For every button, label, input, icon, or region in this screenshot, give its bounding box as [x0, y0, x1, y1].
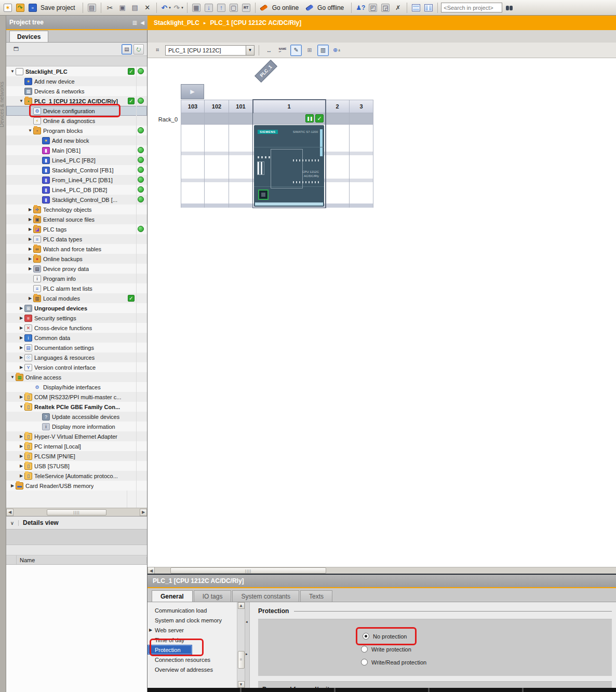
- tree-item-external-source-files[interactable]: ▶▣External source files: [6, 214, 147, 224]
- slot-header[interactable]: 101: [229, 100, 252, 113]
- slot-body[interactable]: [205, 125, 229, 208]
- scroll-up-icon[interactable]: ▲: [238, 602, 245, 609]
- slot-body[interactable]: SIEMENSSIMATIC S7-1200CPU 1212CAC/DC/Rly: [253, 125, 325, 208]
- tree-item-display-hide-interfaces[interactable]: ⚙Display/hide interfaces: [6, 382, 147, 392]
- rack-slot-103[interactable]: 103: [181, 100, 205, 208]
- tree-item-program-blocks[interactable]: ▼▫Program blocks: [6, 126, 147, 135]
- chevron-collapsed-icon[interactable]: ▶: [27, 296, 33, 301]
- tree-item-update-accessible-devices[interactable]: ?Update accessible devices: [6, 412, 147, 422]
- go-online-button[interactable]: [259, 2, 270, 13]
- tree-item-online-diagnostics[interactable]: ⚡Online & diagnostics: [6, 116, 147, 126]
- properties-nav-connection-resources[interactable]: Connection resources: [148, 655, 237, 664]
- properties-nav-web-server[interactable]: ▶Web server: [148, 625, 237, 635]
- properties-tab-io-tags[interactable]: IO tags: [194, 590, 232, 602]
- expand-rack-button[interactable]: ▶: [181, 84, 204, 99]
- scroll-left-icon[interactable]: ◀: [6, 509, 14, 516]
- tab-devices[interactable]: Devices: [9, 31, 48, 42]
- tree-item-line4-plc-db-db2[interactable]: ▮Line4_PLC_DB [DB2]: [6, 185, 147, 195]
- chevron-collapsed-icon[interactable]: ▶: [27, 217, 33, 222]
- tree-item-device-proxy-data[interactable]: ▶▤Device proxy data: [6, 264, 147, 274]
- pin-panel-icon[interactable]: ▥: [132, 20, 137, 25]
- chevron-collapsed-icon[interactable]: ▶: [18, 335, 24, 340]
- properties-nav-overview-of-addresses[interactable]: Overview of addresses: [148, 664, 237, 674]
- tree-item-card-reader-usb-memory[interactable]: ▶▬Card Reader/USB memory: [6, 481, 147, 491]
- split-horizontal-button[interactable]: [410, 2, 422, 13]
- filter-tree-icon[interactable]: 🗔: [11, 44, 21, 55]
- go-offline-button[interactable]: [304, 2, 315, 13]
- properties-nav-communication-load[interactable]: Communication load: [148, 605, 237, 615]
- cpu-module[interactable]: SIEMENSSIMATIC S7-1200CPU 1212CAC/DC/Rly: [254, 125, 324, 207]
- stop-cpu-button[interactable]: RT: [240, 2, 252, 13]
- chevron-collapsed-icon[interactable]: ▶: [27, 227, 33, 232]
- chevron-expanded-icon[interactable]: ▼: [18, 404, 24, 409]
- chevron-collapsed-icon[interactable]: ▶: [18, 454, 24, 458]
- tree-item-hyper-v-virtual-ethernet-adapter[interactable]: ▶▯Hyper-V Virtual Ethernet Adapter: [6, 431, 147, 441]
- scroll-thumb[interactable]: ||||: [47, 509, 106, 515]
- properties-nav-time-of-day[interactable]: Time of day: [148, 635, 237, 645]
- upload-from-device-button[interactable]: ↑: [216, 2, 227, 13]
- side-tab-devices-networks[interactable]: Devices & networks: [0, 119, 5, 127]
- slot-header[interactable]: 1: [253, 100, 325, 113]
- delete-button[interactable]: ✕: [142, 2, 153, 13]
- rack-slot-102[interactable]: 102: [205, 100, 229, 208]
- paste-button[interactable]: ▤: [129, 2, 141, 13]
- tree-item-security-settings[interactable]: ▶≡Security settings: [6, 313, 147, 323]
- tree-item-teleservice-automatic-protoco[interactable]: ▶▯TeleService [Automatic protoco...: [6, 471, 147, 481]
- rack-slot-101[interactable]: 101: [229, 100, 253, 208]
- chevron-collapsed-icon[interactable]: ▶: [27, 266, 33, 271]
- tree-item-ungrouped-devices[interactable]: ▶⊞Ungrouped devices: [6, 303, 147, 313]
- tree-item-online-backups[interactable]: ▶●Online backups: [6, 254, 147, 264]
- go-offline-label[interactable]: Go offline: [317, 4, 344, 11]
- restore-window-button[interactable]: ◰: [367, 2, 379, 13]
- chevron-collapsed-icon[interactable]: ▶: [27, 207, 33, 212]
- show-columns-icon[interactable]: ▥: [317, 45, 329, 56]
- tree-item-com-rs232-ppi-multi-master-c[interactable]: ▶▯COM [RS232/PPI multi-master c...: [6, 392, 147, 402]
- chevron-collapsed-icon[interactable]: ▶: [27, 247, 33, 251]
- compile-button[interactable]: ▦: [191, 2, 202, 13]
- tree-item-realtek-pcie-gbe-family-con[interactable]: ▼▯Realtek PCIe GBE Family Con...: [6, 402, 147, 412]
- chevron-collapsed-icon[interactable]: ▶: [9, 483, 16, 488]
- tree-item-usb-s7usb[interactable]: ▶▯USB [S7USB]: [6, 461, 147, 471]
- properties-splitter[interactable]: ◂ ▸: [245, 602, 250, 688]
- breadcrumb-page[interactable]: PLC_1 [CPU 1212C AC/DC/Rly]: [210, 19, 302, 26]
- radio-option-write-read-protection[interactable]: Write/Read protection: [361, 659, 426, 666]
- breadcrumb-project[interactable]: Stacklight_PLC: [154, 19, 199, 26]
- tree-item-local-modules[interactable]: ▶▥Local modules✓: [6, 293, 147, 303]
- slot-body[interactable]: [229, 125, 252, 208]
- undo-button[interactable]: ↶▾: [160, 2, 171, 13]
- chevron-expanded-icon[interactable]: ▼: [27, 128, 33, 133]
- tree-item-documentation-settings[interactable]: ▶▤Documentation settings: [6, 343, 147, 352]
- chevron-collapsed-icon[interactable]: ▶: [27, 256, 33, 261]
- rack-slot-3[interactable]: 3: [350, 100, 373, 208]
- refresh-view-icon[interactable]: ⭮: [133, 44, 144, 55]
- tree-item-add-new-block[interactable]: ✶Add new block: [6, 135, 147, 145]
- save-project-label[interactable]: Save project: [41, 4, 75, 11]
- slot-body[interactable]: [326, 125, 349, 208]
- tree-item-online-access[interactable]: ▼▦Online access: [6, 372, 147, 382]
- tree-item-main-ob1[interactable]: ▮Main [OB1]: [6, 145, 147, 155]
- chevron-expanded-icon[interactable]: ▼: [9, 375, 16, 379]
- cross-reference-button[interactable]: ✗: [392, 2, 404, 13]
- chevron-collapsed-icon[interactable]: ▶: [18, 444, 24, 449]
- highlight-io-icon[interactable]: ✎: [290, 45, 302, 56]
- tree-item-stacklight-control-fb1[interactable]: ▮Stacklight_Control [FB1]: [6, 165, 147, 175]
- device-selector[interactable]: PLC_1 [CPU 1212C] ▼: [165, 45, 255, 56]
- slot-header[interactable]: 102: [205, 100, 229, 113]
- tree-item-stacklight-control-db[interactable]: ▮Stacklight_Control_DB [...: [6, 195, 147, 205]
- new-project-button[interactable]: ✶: [2, 2, 14, 13]
- slot-header[interactable]: 3: [350, 100, 373, 113]
- tree-item-plc-alarm-text-lists[interactable]: ≡PLC alarm text lists: [6, 283, 147, 293]
- tree-item-version-control-interface[interactable]: ▶YVersion control interface: [6, 362, 147, 372]
- zoom-icon[interactable]: ⊕±: [331, 45, 342, 56]
- topology-view-icon[interactable]: ⌗: [152, 45, 163, 56]
- chevron-collapsed-icon[interactable]: ▶: [18, 355, 24, 360]
- chevron-down-icon[interactable]: ▼: [246, 46, 254, 55]
- chevron-collapsed-icon[interactable]: ▶: [27, 237, 33, 241]
- rack-slot-1[interactable]: 1❚❚✓SIEMENSSIMATIC S7-1200CPU 1212CAC/DC…: [253, 100, 326, 208]
- chevron-collapsed-icon[interactable]: ▶: [18, 434, 24, 439]
- snap-grid-icon[interactable]: ⊞: [304, 45, 315, 56]
- properties-nav-system-and-clock-memory[interactable]: System and clock memory: [148, 615, 237, 625]
- tree-item-watch-and-force-tables[interactable]: ▶∞Watch and force tables: [6, 244, 147, 254]
- slot-body[interactable]: [181, 125, 204, 208]
- rack-slot-2[interactable]: 2: [326, 100, 350, 208]
